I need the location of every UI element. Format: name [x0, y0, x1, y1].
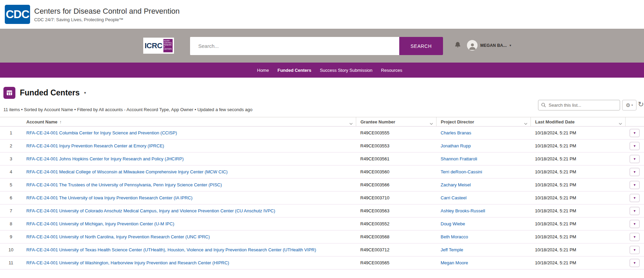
row-actions-button[interactable]: ▼: [630, 129, 640, 137]
row-actions-button[interactable]: ▼: [630, 233, 640, 241]
nav-item-home[interactable]: Home: [257, 68, 269, 73]
row-number: 4: [0, 166, 22, 178]
last-modified-cell: 10/18/2024, 5:21 PM: [531, 256, 625, 269]
row-actions-button[interactable]: ▼: [630, 142, 640, 150]
row-actions-button[interactable]: ▼: [630, 207, 640, 215]
global-search-input[interactable]: [190, 37, 399, 55]
global-search-button[interactable]: SEARCH: [399, 37, 443, 55]
nav-item-funded-centers[interactable]: Funded Centers: [278, 68, 311, 73]
user-menu[interactable]: MEGAN BA... ▾: [467, 40, 511, 51]
chevron-down-icon[interactable]: [619, 121, 622, 126]
account-name-link[interactable]: RFA-CE-24-001 Medical College of Wiscons…: [26, 169, 228, 174]
user-icon: [468, 42, 477, 51]
chevron-down-icon[interactable]: [349, 121, 353, 126]
cdc-logo[interactable]: CDC: [5, 5, 30, 24]
list-settings-button[interactable]: ⚙ ▾: [622, 100, 636, 110]
gear-icon: ⚙: [626, 103, 630, 108]
column-header-last-modified-date[interactable]: Last Modified Date: [531, 117, 625, 127]
project-director-link[interactable]: Zachary Meisel: [441, 182, 471, 187]
chevron-down-icon: ▼: [633, 222, 636, 226]
column-label: Grantee Number: [361, 119, 395, 124]
app-banner: ICRC INJURY CONTROL RESEARCH CENTERS SEA…: [0, 29, 644, 63]
project-director-link[interactable]: Jeff Temple: [441, 247, 463, 252]
project-director-link[interactable]: Shannon Frattaroli: [441, 156, 477, 161]
project-director-link[interactable]: Doug Wiebe: [441, 221, 465, 226]
nav-item-success-story-submission[interactable]: Success Story Submission: [320, 68, 373, 73]
row-actions-button[interactable]: ▼: [630, 168, 640, 176]
chevron-down-icon[interactable]: [430, 121, 433, 126]
last-modified-cell: 10/18/2024, 5:21 PM: [531, 243, 625, 256]
chevron-down-icon: ▼: [633, 209, 636, 213]
funded-centers-object-icon: [3, 87, 15, 99]
records-table: Account Name↑ Grantee Number Project Dir…: [0, 117, 644, 269]
column-header-account-name[interactable]: Account Name↑: [22, 117, 356, 127]
last-modified-cell: 10/18/2024, 5:21 PM: [531, 230, 625, 243]
row-actions-button[interactable]: ▼: [630, 259, 640, 267]
account-name-link[interactable]: RFA-CE-24-001 Injury Prevention Research…: [26, 143, 164, 148]
grantee-number-cell: R49CE003561: [356, 153, 436, 166]
last-modified-cell: 10/18/2024, 5:21 PM: [531, 204, 625, 217]
row-number: 10: [0, 243, 22, 256]
project-director-link[interactable]: Megan Moore: [441, 260, 468, 265]
project-director-link[interactable]: Beth Moracco: [441, 234, 468, 239]
grantee-number-cell: R49CE003555: [356, 127, 436, 140]
account-name-link[interactable]: RFA-CE-24-001 Johns Hopkins Center for I…: [26, 156, 184, 161]
icrc-logo-text: ICRC: [145, 41, 162, 50]
avatar: [467, 40, 478, 51]
project-director-link[interactable]: Carri Casteel: [441, 195, 467, 200]
last-modified-cell: 10/18/2024, 5:21 PM: [531, 166, 625, 178]
table-body: 1 RFA-CE-24-001 Columbia Center for Inju…: [0, 127, 644, 269]
grantee-number-cell: R49CE003710: [356, 191, 436, 204]
project-director-link[interactable]: Ashley Brooks-Russell: [441, 208, 485, 213]
list-search: [538, 100, 620, 110]
bell-icon: [454, 41, 461, 49]
chevron-down-icon: ▼: [633, 170, 636, 174]
row-actions-button[interactable]: ▼: [630, 181, 640, 189]
refresh-button[interactable]: ↻: [638, 101, 644, 108]
chevron-down-icon: ▼: [633, 196, 636, 200]
account-name-link[interactable]: RFA-CE-24-001 University of North Caroli…: [26, 234, 210, 239]
row-actions-button[interactable]: ▼: [630, 194, 640, 202]
nav-item-resources[interactable]: Resources: [381, 68, 402, 73]
list-view: Funded Centers ▾ 11 items • Sorted by Ac…: [0, 78, 644, 278]
table-icon: [6, 89, 13, 96]
row-number: 3: [0, 153, 22, 166]
project-director-link[interactable]: Charles Branas: [441, 130, 471, 135]
column-header-grantee-number[interactable]: Grantee Number: [356, 117, 436, 127]
row-actions-button[interactable]: ▼: [630, 155, 640, 163]
project-director-link[interactable]: Terri deRoon-Cassini: [441, 169, 482, 174]
table-row: 4 RFA-CE-24-001 Medical College of Wisco…: [0, 166, 644, 178]
search-this-list-input[interactable]: [538, 100, 620, 110]
row-actions-button[interactable]: ▼: [630, 246, 640, 254]
page-title: Funded Centers: [20, 88, 80, 97]
refresh-icon: ↻: [638, 100, 644, 108]
account-name-link[interactable]: RFA-CE-24-001 University of Washington, …: [26, 260, 229, 265]
list-view-header: Funded Centers ▾: [3, 87, 86, 99]
account-name-link[interactable]: RFA-CE-24-001 University of Colorado Ans…: [26, 208, 275, 213]
column-header-project-director[interactable]: Project Director: [436, 117, 531, 127]
chevron-down-icon[interactable]: [524, 121, 527, 126]
table-row: 7 RFA-CE-24-001 University of Colorado A…: [0, 204, 644, 217]
row-number: 7: [0, 204, 22, 217]
icrc-logo[interactable]: ICRC INJURY CONTROL RESEARCH CENTERS: [143, 38, 174, 54]
row-number: 1: [0, 127, 22, 140]
grantee-number-cell: R49CE003553: [356, 140, 436, 153]
account-name-link[interactable]: RFA-CE-24-001 The Trustees of the Univer…: [26, 182, 222, 187]
row-number: 9: [0, 230, 22, 243]
last-modified-cell: 10/18/2024, 5:21 PM: [531, 178, 625, 191]
table-row: 11 RFA-CE-24-001 University of Washingto…: [0, 256, 644, 269]
chevron-down-icon: ▼: [633, 183, 636, 187]
project-director-link[interactable]: Jonathan Rupp: [441, 143, 471, 148]
account-name-link[interactable]: RFA-CE-24-001 The University of Iowa Inj…: [26, 195, 192, 200]
list-view-selector-caret[interactable]: ▾: [84, 91, 86, 95]
account-name-link[interactable]: RFA-CE-24-001 University of Michigan, In…: [26, 221, 174, 226]
notifications-bell-button[interactable]: [454, 41, 461, 50]
account-name-link[interactable]: RFA-CE-24-001 Columbia Center for Injury…: [26, 130, 177, 135]
row-actions-button[interactable]: ▼: [630, 220, 640, 228]
account-name-link[interactable]: RFA-CE-24-001 University of Texas Health…: [26, 247, 316, 252]
column-label: Account Name: [26, 119, 57, 124]
grantee-number-cell: R49CE003565: [356, 256, 436, 269]
grantee-number-cell: R49CE003560: [356, 166, 436, 178]
row-number: 11: [0, 256, 22, 269]
table-row: 3 RFA-CE-24-001 Johns Hopkins Center for…: [0, 153, 644, 166]
